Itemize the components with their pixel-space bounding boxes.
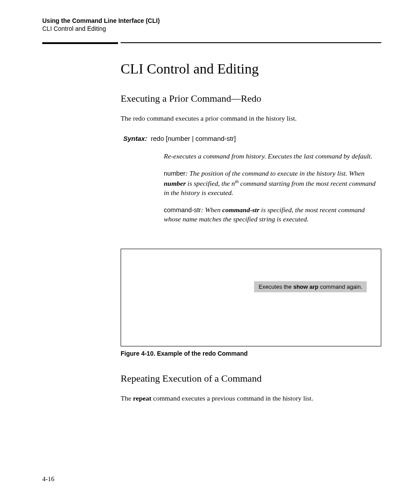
syntax-description: Re-executes a command from history. Exec… — [164, 152, 381, 161]
section-heading-redo: Executing a Prior Command—Redo — [121, 93, 381, 104]
param-name-command-str: command-str — [164, 206, 201, 213]
intro-paragraph-repeat: The repeat command executes a previous c… — [121, 394, 381, 403]
rule-long — [121, 42, 381, 43]
running-header: Using the Command Line Interface (CLI) C… — [42, 17, 381, 33]
param-name-number: number — [164, 170, 185, 177]
figure-callout: Executes the show arp command again. — [254, 281, 367, 292]
section-heading-repeat: Repeating Execution of a Command — [121, 373, 381, 384]
page-title: CLI Control and Editing — [121, 61, 381, 77]
figure-box: Executes the show arp command again. — [121, 249, 381, 346]
syntax-command: redo [number | command-str] — [151, 135, 236, 142]
main-content: CLI Control and Editing Executing a Prio… — [121, 61, 381, 415]
syntax-label: Syntax: — [123, 135, 147, 142]
intro-paragraph-redo: The redo command executes a prior comman… — [121, 114, 381, 123]
syntax-block: Syntax: redo [number | command-str] Re-e… — [123, 135, 381, 224]
syntax-line: Syntax: redo [number | command-str] — [123, 135, 381, 142]
header-section-title: CLI Control and Editing — [42, 25, 381, 33]
figure-caption: Figure 4-10. Example of the redo Command — [121, 350, 381, 357]
rule-short — [42, 42, 118, 44]
page-number: 4-16 — [42, 475, 55, 483]
syntax-param-number: number: The position of the command to e… — [164, 169, 381, 198]
syntax-param-command-str: command-str: When command-str is specifi… — [164, 206, 381, 224]
header-chapter-title: Using the Command Line Interface (CLI) — [42, 17, 381, 25]
